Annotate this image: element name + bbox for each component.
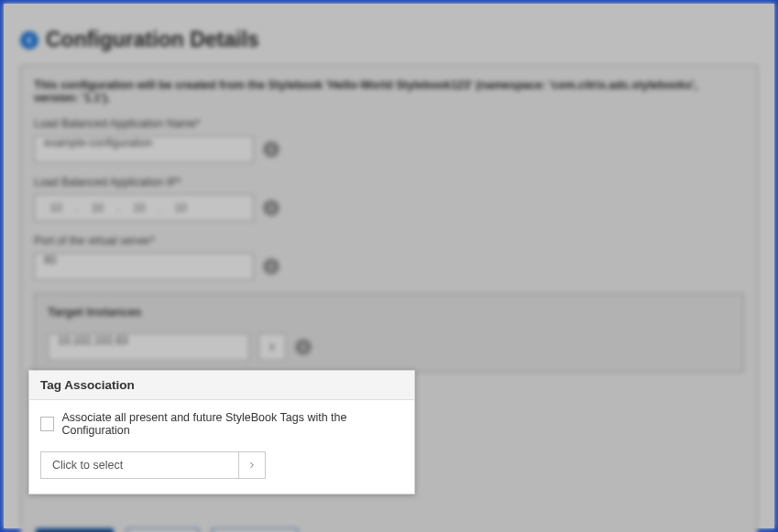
- dryrun-button[interactable]: Dry Run: [212, 528, 298, 532]
- page-header: Configuration Details: [20, 27, 758, 52]
- ip-seg-2[interactable]: 10: [83, 201, 111, 214]
- info-icon[interactable]: i: [263, 200, 279, 216]
- tag-select-input[interactable]: Click to select: [40, 451, 238, 479]
- back-arrow-icon[interactable]: [20, 31, 38, 49]
- appip-label: Load Balanced Application IP*: [34, 176, 744, 189]
- info-icon[interactable]: i: [295, 339, 312, 355]
- port-label: Port of the virtual server*: [34, 234, 744, 247]
- tag-select-button[interactable]: [238, 451, 266, 479]
- target-instance-input[interactable]: 10.102.102.63: [48, 333, 249, 361]
- port-input[interactable]: 80: [34, 253, 254, 280]
- ip-seg-3[interactable]: 10: [126, 201, 153, 214]
- associate-all-label: Associate all present and future StyleBo…: [61, 411, 403, 437]
- appip-input[interactable]: 10. 10. 10. 10: [34, 194, 254, 222]
- action-buttons: Create Close Dry Run: [34, 528, 744, 532]
- info-icon[interactable]: i: [263, 141, 279, 157]
- appname-label: Load Balanced Application Name*: [34, 117, 744, 130]
- associate-all-checkbox[interactable]: [40, 417, 54, 431]
- tag-association-popover: Tag Association Associate all present an…: [28, 370, 415, 494]
- info-icon[interactable]: i: [263, 258, 279, 275]
- ip-seg-1[interactable]: 10: [42, 201, 70, 214]
- config-description: This configuration will be created from …: [34, 79, 744, 104]
- page-title: Configuration Details: [46, 27, 259, 52]
- target-instances-title: Target Instances: [48, 305, 730, 319]
- appname-input[interactable]: example-configuration: [34, 136, 254, 163]
- target-instance-select-button[interactable]: [258, 333, 286, 361]
- create-button[interactable]: Create: [36, 528, 114, 532]
- tag-association-title: Tag Association: [29, 371, 414, 400]
- target-instances-section: Target Instances 10.102.102.63 i: [34, 293, 744, 373]
- close-button[interactable]: Close: [126, 528, 199, 532]
- ip-seg-4[interactable]: 10: [167, 201, 194, 214]
